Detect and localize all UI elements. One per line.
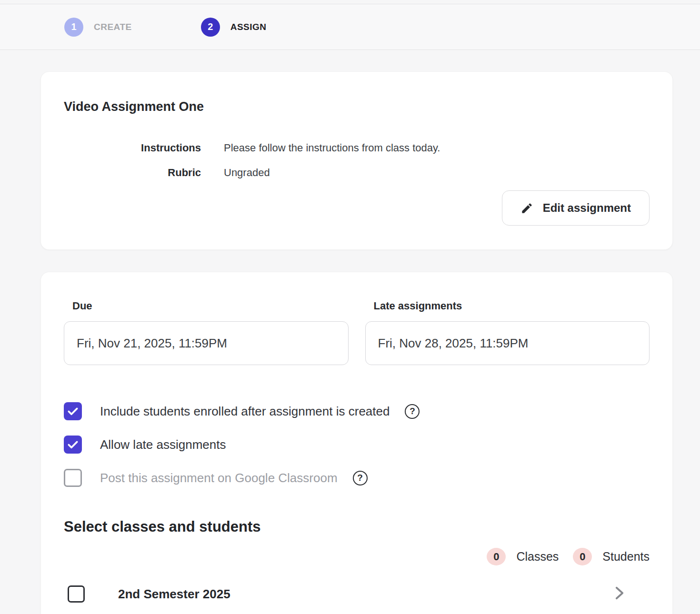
students-counter: 0 Students — [573, 548, 650, 565]
edit-assignment-button[interactable]: Edit assignment — [502, 190, 650, 226]
classes-count-badge: 0 — [487, 548, 506, 565]
class-list-item[interactable]: 2nd Semester 2025 — [64, 585, 650, 603]
options-section: Include students enrolled after assignme… — [64, 402, 650, 487]
help-icon[interactable]: ? — [405, 404, 420, 419]
due-field-group: Due — [64, 300, 349, 365]
late-assignments-label: Late assignments — [374, 300, 650, 312]
instructions-row: Instructions Please follow the instructi… — [64, 142, 650, 154]
allow-late-checkbox[interactable] — [64, 436, 82, 454]
classes-counter: 0 Classes — [487, 548, 559, 565]
google-classroom-checkbox[interactable] — [64, 469, 82, 487]
step-2-label: ASSIGN — [230, 22, 267, 32]
stepper-bar: 1 CREATE 2 ASSIGN — [0, 4, 700, 50]
allow-late-label[interactable]: Allow late assignments — [100, 437, 226, 452]
instructions-value: Please follow the instructions from clas… — [224, 142, 440, 154]
step-create[interactable]: 1 CREATE — [64, 18, 132, 37]
edit-button-row: Edit assignment — [64, 190, 650, 226]
class-checkbox[interactable] — [68, 585, 85, 603]
rubric-row: Rubric Ungraded — [64, 167, 650, 179]
selection-counters: 0 Classes 0 Students — [64, 548, 650, 565]
include-students-checkbox[interactable] — [64, 402, 82, 420]
rubric-value: Ungraded — [224, 167, 270, 179]
late-field-group: Late assignments — [365, 300, 650, 365]
due-label: Due — [72, 300, 349, 312]
select-classes-heading: Select classes and students — [64, 518, 650, 535]
include-students-row: Include students enrolled after assignme… — [64, 402, 650, 420]
students-count-badge: 0 — [573, 548, 592, 565]
due-date-input[interactable] — [64, 321, 349, 365]
instructions-label: Instructions — [64, 142, 201, 154]
assign-settings-card: Due Late assignments Include students en… — [40, 272, 673, 614]
step-assign[interactable]: 2 ASSIGN — [201, 18, 267, 37]
edit-assignment-label: Edit assignment — [543, 201, 631, 215]
step-1-circle: 1 — [64, 18, 83, 37]
step-2-circle: 2 — [201, 18, 220, 37]
late-date-input[interactable] — [365, 321, 650, 365]
pencil-icon — [520, 202, 533, 215]
dates-section: Due Late assignments — [64, 300, 650, 365]
help-icon[interactable]: ? — [353, 471, 368, 485]
step-1-label: CREATE — [94, 22, 132, 32]
google-classroom-row: Post this assignment on Google Classroom… — [64, 469, 650, 487]
assignment-details: Instructions Please follow the instructi… — [64, 142, 650, 179]
assignment-title: Video Assignment One — [64, 99, 650, 114]
students-counter-label: Students — [602, 550, 650, 564]
assignment-summary-card: Video Assignment One Instructions Please… — [40, 71, 673, 250]
chevron-right-icon[interactable] — [614, 586, 625, 602]
allow-late-row: Allow late assignments — [64, 436, 650, 454]
classes-counter-label: Classes — [516, 550, 559, 564]
include-students-label[interactable]: Include students enrolled after assignme… — [100, 404, 390, 419]
class-name-label: 2nd Semester 2025 — [118, 587, 230, 602]
rubric-label: Rubric — [64, 167, 201, 179]
google-classroom-label[interactable]: Post this assignment on Google Classroom — [100, 471, 338, 485]
